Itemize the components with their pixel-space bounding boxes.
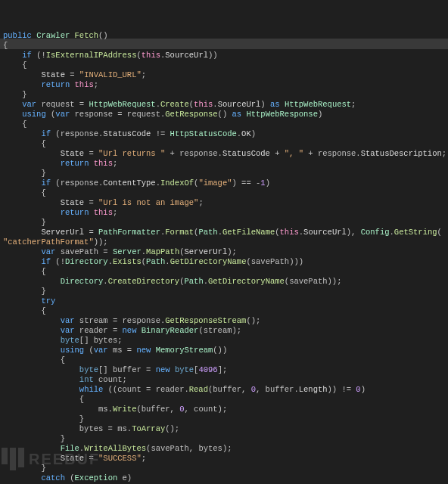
- watermark: REEBUF: [2, 448, 100, 470]
- code-line: byte[] bytes;: [3, 336, 445, 346]
- code-line: }: [3, 434, 445, 444]
- code-line: }: [3, 218, 445, 228]
- code-line: var savePath = Server.MapPath(ServerUrl)…: [3, 247, 445, 257]
- code-line: {: [3, 60, 445, 70]
- code-line: byte[] buffer = new byte[4096];: [3, 365, 445, 375]
- code-line: var stream = response.GetResponseStream(…: [3, 316, 445, 326]
- code-line: ms.Write(buffer, 0, count);: [3, 405, 445, 414]
- code-line: {: [3, 267, 445, 277]
- code-line: {: [3, 355, 445, 365]
- code-line: }: [3, 90, 445, 100]
- code-line: catch (Exception e): [3, 473, 445, 483]
- code-line: Directory.CreateDirectory(Path.GetDirect…: [3, 277, 445, 287]
- code-line: State = "INVALID_URL";: [3, 70, 445, 80]
- code-line: using (var ms = new MemoryStream()): [3, 346, 445, 355]
- code-line: var reader = new BinaryReader(stream);: [3, 326, 445, 336]
- code-line: {: [3, 188, 445, 198]
- code-line: while ((count = reader.Read(buffer, 0, b…: [3, 385, 445, 395]
- code-line: if (!Directory.Exists(Path.GetDirectoryN…: [3, 257, 445, 267]
- code-line: {: [3, 139, 445, 149]
- code-line: bytes = ms.ToArray();: [3, 424, 445, 434]
- code-line: var request = HttpWebRequest.Create(this…: [3, 100, 445, 110]
- code-line: {: [3, 119, 445, 129]
- code-line: int count;: [3, 375, 445, 385]
- watermark-bars-icon: [2, 448, 24, 470]
- code-editor[interactable]: public Crawler Fetch(){ if (!IsExternalI…: [0, 0, 448, 484]
- code-line: ServerUrl = PathFormatter.Format(Path.Ge…: [3, 228, 445, 237]
- code-line: try: [3, 296, 445, 306]
- code-line: public Crawler Fetch(): [3, 31, 445, 41]
- code-line: return this;: [3, 208, 445, 218]
- code-line: if (!IsExternalIPAddress(this.SourceUrl)…: [3, 51, 445, 60]
- code-line: if (response.StatusCode != HttpStatusCod…: [3, 129, 445, 139]
- code-line: State = "Url is not an image";: [3, 198, 445, 208]
- code-line: }: [3, 287, 445, 296]
- code-line: }: [3, 169, 445, 178]
- code-line: {: [3, 395, 445, 405]
- code-line: if (response.ContentType.IndexOf("image"…: [3, 178, 445, 188]
- code-line: {: [3, 306, 445, 316]
- code-line: {: [3, 41, 445, 51]
- code-content: public Crawler Fetch(){ if (!IsExternalI…: [3, 31, 445, 484]
- code-line: "catcherPathFormat"));: [3, 237, 445, 247]
- code-line: }: [3, 414, 445, 424]
- code-line: return this;: [3, 80, 445, 90]
- code-line: State = "Url returns " + response.Status…: [3, 149, 445, 159]
- code-line: using (var response = request.GetRespons…: [3, 110, 445, 119]
- watermark-text: REEBUF: [29, 455, 100, 464]
- code-line: return this;: [3, 159, 445, 169]
